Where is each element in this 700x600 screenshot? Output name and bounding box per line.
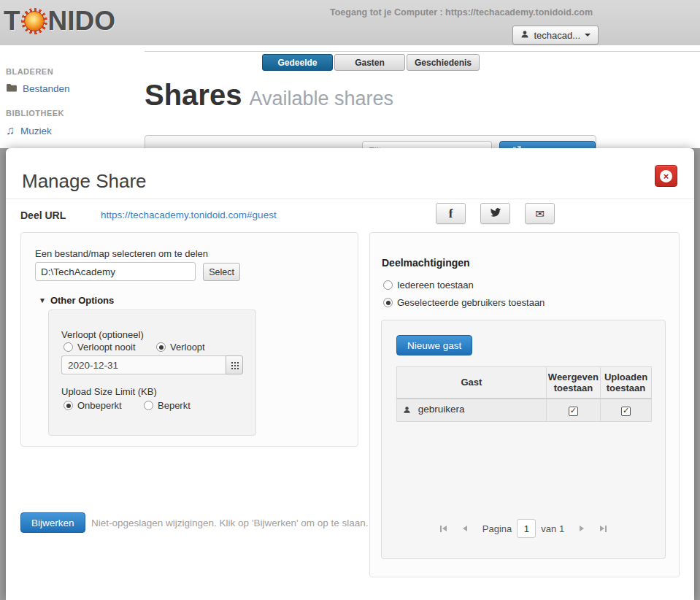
pagination: Pagina van 1 xyxy=(382,519,665,538)
page-input[interactable] xyxy=(517,519,536,538)
guest-user-icon xyxy=(403,405,411,416)
file-select-label: Een bestand/map selecteren om te delen xyxy=(35,248,208,259)
radio-label: Beperkt xyxy=(158,400,191,411)
tab-gedeelde[interactable]: Gedeelde xyxy=(262,54,333,71)
mail-icon: ✉ xyxy=(535,207,545,220)
upload-column-header: Uploaden toestaan xyxy=(601,367,652,399)
expire-date-input[interactable] xyxy=(61,355,226,374)
tab-gasten[interactable]: Gasten xyxy=(334,54,405,71)
calendar-icon xyxy=(231,361,239,369)
arrow-right-icon xyxy=(600,526,604,531)
arrow-right-icon xyxy=(580,526,584,531)
allow-selected-radio[interactable]: Geselecteerde gebruikers toestaan xyxy=(383,297,545,308)
file-path-input[interactable] xyxy=(35,262,196,281)
file-selection-panel: Een bestand/map selecteren om te delen S… xyxy=(20,232,358,447)
guest-name: gebruikera xyxy=(418,404,465,415)
radio-icon xyxy=(144,401,153,410)
arrow-left-icon xyxy=(463,526,467,531)
user-icon xyxy=(520,30,529,41)
remote-access-url-text: Toegang tot je Computer : https://techac… xyxy=(330,7,593,18)
folder-icon xyxy=(6,83,17,94)
prev-page-button[interactable] xyxy=(457,520,473,536)
manage-share-modal: Manage Share × Deel URL https://techacad… xyxy=(6,148,694,600)
check-icon: ✓ xyxy=(623,407,629,415)
facebook-share-button[interactable]: f xyxy=(436,203,466,224)
expires-never-radio[interactable]: Verloopt nooit xyxy=(64,342,136,353)
guest-box: Nieuwe gast Gast Weergeven toestaan Uplo… xyxy=(381,320,666,559)
sidebar: BLADEREN Bestanden BIBLIOTHEEK ♫ Muziek xyxy=(0,45,145,141)
radio-checked-icon xyxy=(383,298,393,307)
page-label: Pagina xyxy=(482,523,512,534)
upload-allowed-checkbox[interactable]: ✓ xyxy=(621,407,631,416)
page-title-text: Shares xyxy=(145,79,242,111)
other-options-label: Other Options xyxy=(50,295,114,306)
content-divider xyxy=(145,51,700,52)
limited-radio[interactable]: Beperkt xyxy=(144,400,191,411)
radio-label: Geselecteerde gebruikers toestaan xyxy=(397,297,545,308)
radio-icon xyxy=(64,342,73,352)
sidebar-item-label: Muziek xyxy=(20,126,52,136)
share-url-link[interactable]: https://techacademy.tonidoid.com#guest xyxy=(101,209,277,220)
sidebar-item-label: Bestanden xyxy=(23,83,70,94)
bar-icon xyxy=(440,526,442,532)
page-title: SharesAvailable shares xyxy=(145,79,393,112)
new-guest-button[interactable]: Nieuwe gast xyxy=(396,335,472,355)
radio-checked-icon xyxy=(156,342,166,352)
share-url-label: Deel URL xyxy=(20,209,66,221)
expire-date-group xyxy=(61,355,243,374)
update-button[interactable]: Bijwerken xyxy=(20,512,85,533)
expires-label: Verloopt (optioneel) xyxy=(61,329,144,340)
unlimited-radio[interactable]: Onbeperkt xyxy=(64,400,122,411)
radio-label: Onbeperkt xyxy=(77,400,122,411)
calendar-button[interactable] xyxy=(226,355,243,374)
guest-table-header-row: Gast Weergeven toestaan Uploaden toestaa… xyxy=(397,367,652,399)
tab-geschiedenis[interactable]: Geschiedenis xyxy=(407,54,480,71)
expires-radio[interactable]: Verloopt xyxy=(156,342,205,353)
permissions-panel: Deelmachtigingen Iedereen toestaan Gesel… xyxy=(369,232,680,577)
collapse-arrow-icon: ▼ xyxy=(39,296,46,304)
radio-label: Iedereen toestaan xyxy=(397,280,474,291)
email-share-button[interactable]: ✉ xyxy=(525,203,555,224)
arrow-left-icon xyxy=(442,526,447,531)
guest-row: gebruikera ✓ ✓ xyxy=(397,399,652,422)
permissions-title: Deelmachtigingen xyxy=(382,257,470,269)
tonido-logo[interactable]: T NIDO xyxy=(4,6,115,36)
sidebar-section-library: BIBLIOTHEEK xyxy=(6,109,145,118)
view-allowed-checkbox[interactable]: ✓ xyxy=(569,407,578,416)
first-page-button[interactable] xyxy=(436,520,452,536)
caret-down-icon xyxy=(585,34,591,36)
header-bar: T NIDO Toegang tot je Computer : https:/… xyxy=(0,0,700,45)
guest-table: Gast Weergeven toestaan Uploaden toestaa… xyxy=(396,366,652,422)
user-menu-button[interactable]: techacad... xyxy=(512,26,599,45)
music-icon: ♫ xyxy=(6,125,15,136)
radio-checked-icon xyxy=(64,401,73,410)
facebook-icon: f xyxy=(449,207,453,221)
social-share-buttons: f ✉ xyxy=(436,203,555,224)
close-button[interactable]: × xyxy=(655,165,677,187)
options-box: Verloopt (optioneel) Verloopt nooit Verl… xyxy=(48,309,256,436)
user-menu-label: techacad... xyxy=(534,30,580,41)
twitter-icon xyxy=(490,208,501,220)
next-page-button[interactable] xyxy=(574,520,590,536)
sun-icon xyxy=(21,8,47,34)
bar-icon xyxy=(605,526,607,532)
allow-everyone-radio[interactable]: Iedereen toestaan xyxy=(383,280,474,291)
logo-text: NIDO xyxy=(48,6,116,36)
twitter-share-button[interactable] xyxy=(480,203,510,224)
unsaved-changes-text: Niet-opgeslagen wijzigingen. Klik op 'Bi… xyxy=(91,518,369,528)
sidebar-item-music[interactable]: ♫ Muziek xyxy=(0,120,145,141)
close-icon: × xyxy=(660,170,672,182)
guest-column-header: Gast xyxy=(397,367,547,399)
sidebar-section-browse: BLADEREN xyxy=(6,67,145,76)
radio-label: Verloopt xyxy=(170,342,205,353)
radio-icon xyxy=(383,280,393,290)
modal-divider xyxy=(6,199,694,199)
view-column-header: Weergeven toestaan xyxy=(546,367,600,399)
sidebar-item-files[interactable]: Bestanden xyxy=(0,79,145,99)
select-file-button[interactable]: Select xyxy=(203,263,240,281)
other-options-toggle[interactable]: ▼ Other Options xyxy=(39,295,114,306)
page-subtitle-text: Available shares xyxy=(249,88,393,109)
check-icon: ✓ xyxy=(570,407,577,415)
last-page-button[interactable] xyxy=(595,520,611,536)
tabs: Gedeelde Gasten Geschiedenis xyxy=(262,54,480,71)
